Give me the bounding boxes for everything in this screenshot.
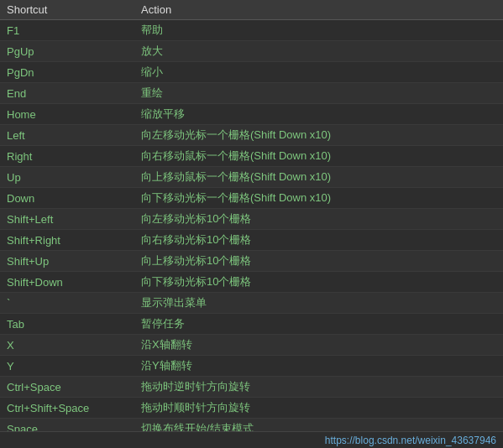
action-cell: 向左移动光标一个栅格(Shift Down x10) bbox=[134, 125, 503, 146]
table-row: Shift+Left向左移动光标10个栅格 bbox=[0, 209, 503, 230]
shortcut-cell: X bbox=[0, 335, 134, 356]
table-header-row: Shortcut Action bbox=[0, 0, 503, 20]
action-cell: 拖动时逆时针方向旋转 bbox=[134, 377, 503, 398]
table-row: End重绘 bbox=[0, 83, 503, 104]
table-row: F1帮助 bbox=[0, 20, 503, 41]
shortcut-cell: Space bbox=[0, 419, 134, 432]
shortcut-table-container: Shortcut Action F1帮助PgUp放大PgDn缩小End重绘Hom… bbox=[0, 0, 503, 431]
table-row: Up向上移动鼠标一个栅格(Shift Down x10) bbox=[0, 167, 503, 188]
shortcut-cell: Shift+Right bbox=[0, 230, 134, 251]
shortcut-cell: ` bbox=[0, 293, 134, 314]
table-row: Shift+Down向下移动光标10个栅格 bbox=[0, 272, 503, 293]
action-cell: 缩小 bbox=[134, 62, 503, 83]
action-column-header: Action bbox=[134, 0, 503, 20]
table-row: `显示弹出菜单 bbox=[0, 293, 503, 314]
table-row: X沿X轴翻转 bbox=[0, 335, 503, 356]
action-cell: 放大 bbox=[134, 41, 503, 62]
action-cell: 向上移动光标10个栅格 bbox=[134, 251, 503, 272]
shortcut-cell: Home bbox=[0, 104, 134, 125]
action-cell: 向下移动光标10个栅格 bbox=[134, 272, 503, 293]
shortcut-cell: Shift+Left bbox=[0, 209, 134, 230]
shortcut-cell: Up bbox=[0, 167, 134, 188]
shortcut-cell: PgDn bbox=[0, 62, 134, 83]
action-cell: 向右移动光标10个栅格 bbox=[134, 230, 503, 251]
shortcut-cell: End bbox=[0, 83, 134, 104]
table-row: Shift+Right向右移动光标10个栅格 bbox=[0, 230, 503, 251]
table-row: Shift+Up向上移动光标10个栅格 bbox=[0, 251, 503, 272]
table-row: Home缩放平移 bbox=[0, 104, 503, 125]
action-cell: 向上移动鼠标一个栅格(Shift Down x10) bbox=[134, 167, 503, 188]
footer-bar: https://blog.csdn.net/weixin_43637946 bbox=[0, 431, 503, 448]
shortcut-cell: Ctrl+Space bbox=[0, 377, 134, 398]
shortcut-cell: Shift+Down bbox=[0, 272, 134, 293]
shortcut-cell: Left bbox=[0, 125, 134, 146]
table-row: Ctrl+Shift+Space拖动时顺时针方向旋转 bbox=[0, 398, 503, 419]
action-cell: 重绘 bbox=[134, 83, 503, 104]
action-cell: 向左移动光标10个栅格 bbox=[134, 209, 503, 230]
table-row: Ctrl+Space拖动时逆时针方向旋转 bbox=[0, 377, 503, 398]
shortcut-cell: PgUp bbox=[0, 41, 134, 62]
shortcut-cell: Y bbox=[0, 356, 134, 377]
table-row: Space切换布线开始/结束模式 bbox=[0, 419, 503, 432]
shortcut-cell: Tab bbox=[0, 314, 134, 335]
action-cell: 显示弹出菜单 bbox=[134, 293, 503, 314]
action-cell: 向下移动光标一个栅格(Shift Down x10) bbox=[134, 188, 503, 209]
shortcut-cell: Down bbox=[0, 188, 134, 209]
shortcut-cell: F1 bbox=[0, 20, 134, 41]
table-row: PgDn缩小 bbox=[0, 62, 503, 83]
shortcut-column-header: Shortcut bbox=[0, 0, 134, 20]
action-cell: 切换布线开始/结束模式 bbox=[134, 419, 503, 432]
table-row: PgUp放大 bbox=[0, 41, 503, 62]
action-cell: 帮助 bbox=[134, 20, 503, 41]
table-row: Tab暂停任务 bbox=[0, 314, 503, 335]
action-cell: 缩放平移 bbox=[134, 104, 503, 125]
shortcut-table: Shortcut Action F1帮助PgUp放大PgDn缩小End重绘Hom… bbox=[0, 0, 503, 431]
footer-link: https://blog.csdn.net/weixin_43637946 bbox=[325, 435, 496, 446]
table-row: Y沿Y轴翻转 bbox=[0, 356, 503, 377]
table-row: Down向下移动光标一个栅格(Shift Down x10) bbox=[0, 188, 503, 209]
action-cell: 沿X轴翻转 bbox=[134, 335, 503, 356]
table-row: Right向右移动鼠标一个栅格(Shift Down x10) bbox=[0, 146, 503, 167]
shortcut-cell: Right bbox=[0, 146, 134, 167]
action-cell: 拖动时顺时针方向旋转 bbox=[134, 398, 503, 419]
action-cell: 沿Y轴翻转 bbox=[134, 356, 503, 377]
action-cell: 暂停任务 bbox=[134, 314, 503, 335]
shortcut-cell: Ctrl+Shift+Space bbox=[0, 398, 134, 419]
action-cell: 向右移动鼠标一个栅格(Shift Down x10) bbox=[134, 146, 503, 167]
table-row: Left向左移动光标一个栅格(Shift Down x10) bbox=[0, 125, 503, 146]
shortcut-cell: Shift+Up bbox=[0, 251, 134, 272]
